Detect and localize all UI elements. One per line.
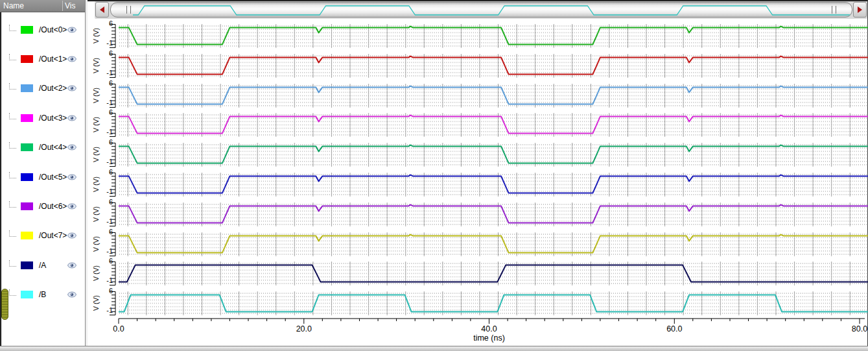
svg-text:60.0: 60.0 xyxy=(666,324,682,333)
waveform-strip: V (V) 6 -1 xyxy=(88,21,868,51)
scroll-right-button[interactable] xyxy=(853,2,867,18)
tree-branch-icon xyxy=(9,54,16,60)
signal-row[interactable]: /Out<3> xyxy=(0,103,85,132)
right-arrow-icon xyxy=(858,6,862,13)
signal-label: /B xyxy=(39,290,46,299)
tree-branch-icon xyxy=(9,230,16,237)
visibility-eye-icon[interactable] xyxy=(67,112,76,124)
signal-label: /Out<3> xyxy=(39,114,67,123)
tree-branch-icon xyxy=(9,201,16,208)
waveform-strip: V (V) 6 -1 xyxy=(88,199,868,229)
waveform-canvas[interactable] xyxy=(88,139,868,169)
visibility-eye-icon[interactable] xyxy=(67,141,76,153)
signal-color-swatch[interactable] xyxy=(21,84,33,92)
status-bar xyxy=(0,346,868,351)
signal-row[interactable]: /Out<4> xyxy=(0,133,85,162)
signal-color-swatch[interactable] xyxy=(21,232,33,239)
tree-branch-icon xyxy=(9,142,16,149)
waveform-canvas[interactable] xyxy=(88,169,868,199)
signal-color-swatch[interactable] xyxy=(21,173,33,181)
signal-row[interactable]: /Out<0> xyxy=(0,15,85,44)
signal-label: /Out<0> xyxy=(39,25,67,34)
time-axis: 0.020.040.060.080.0 xyxy=(88,315,868,335)
waveform-strip: V (V) 6 -1 xyxy=(88,139,868,169)
signal-row[interactable]: /Out<1> xyxy=(0,44,85,73)
signal-row[interactable]: /B xyxy=(0,280,85,309)
signal-list: /Out<0> /Out<1> /Out<2> xyxy=(0,12,85,309)
visibility-eye-icon[interactable] xyxy=(67,171,76,183)
visibility-eye-icon[interactable] xyxy=(67,289,76,300)
waveform-canvas[interactable] xyxy=(88,199,868,229)
signal-row[interactable]: /Out<2> xyxy=(0,74,85,103)
signal-color-swatch[interactable] xyxy=(21,55,33,63)
signal-label: /Out<4> xyxy=(39,143,67,152)
waveform-canvas[interactable] xyxy=(88,229,868,259)
visibility-eye-icon[interactable] xyxy=(67,53,76,65)
signal-label: /Out<2> xyxy=(39,84,67,93)
name-column-header: Name xyxy=(3,0,24,12)
signal-label: /Out<1> xyxy=(39,54,67,64)
tree-branch-icon xyxy=(9,83,16,90)
tree-branch-icon xyxy=(9,25,16,31)
thumb-grip-left-icon[interactable] xyxy=(126,6,131,14)
waveform-canvas[interactable] xyxy=(88,258,868,288)
signal-row[interactable]: /Out<6> xyxy=(0,191,85,221)
tree-branch-icon xyxy=(9,260,16,267)
waveform-strip: V (V) 6 -1 xyxy=(88,258,868,288)
visibility-eye-icon[interactable] xyxy=(67,260,76,271)
scroll-left-button[interactable] xyxy=(95,2,109,18)
svg-text:20.0: 20.0 xyxy=(296,324,312,333)
waveform-strip: V (V) 6 -1 xyxy=(88,169,868,199)
signal-row[interactable]: /Out<5> xyxy=(0,162,85,191)
vis-column-header: Vis xyxy=(65,0,75,12)
signal-label: /Out<5> xyxy=(39,173,67,182)
time-axis-label: time (ns) xyxy=(119,333,860,343)
waveform-canvas[interactable] xyxy=(88,288,868,318)
waveform-canvas[interactable] xyxy=(88,110,868,139)
signal-row[interactable]: /Out<7> xyxy=(0,221,85,250)
signal-list-header: Name Vis xyxy=(0,0,85,12)
visibility-eye-icon[interactable] xyxy=(67,200,76,212)
overview-waveform xyxy=(111,3,852,18)
svg-text:80.0: 80.0 xyxy=(852,324,867,333)
visibility-eye-icon[interactable] xyxy=(67,24,76,36)
visibility-eye-icon[interactable] xyxy=(67,230,76,241)
signal-color-swatch[interactable] xyxy=(21,202,33,210)
tree-branch-icon xyxy=(9,172,16,178)
left-arrow-icon xyxy=(100,6,104,13)
scrollbar-thumb[interactable] xyxy=(110,2,852,18)
signal-label: /Out<7> xyxy=(39,231,67,240)
signal-label: /Out<6> xyxy=(39,202,67,211)
waveform-canvas[interactable] xyxy=(88,80,868,110)
signal-color-swatch[interactable] xyxy=(21,143,33,151)
waveform-strip: V (V) 6 -1 xyxy=(88,80,868,110)
thumb-grip-right-icon[interactable] xyxy=(832,6,836,14)
signal-label: /A xyxy=(39,261,46,270)
signal-color-swatch[interactable] xyxy=(21,261,33,269)
signal-color-swatch[interactable] xyxy=(21,26,33,34)
waveform-strip: V (V) 6 -1 xyxy=(88,229,868,259)
signal-color-swatch[interactable] xyxy=(21,114,33,122)
signal-row[interactable]: /A xyxy=(0,250,85,280)
visibility-eye-icon[interactable] xyxy=(67,82,76,94)
column-separator xyxy=(62,1,63,11)
waveform-strip: V (V) 6 -1 xyxy=(88,288,868,318)
svg-text:0.0: 0.0 xyxy=(113,324,124,333)
waveform-strip: V (V) 6 -1 xyxy=(88,51,868,80)
waveform-canvas[interactable] xyxy=(88,21,868,51)
tree-branch-icon xyxy=(9,113,16,119)
tree-branch-icon xyxy=(9,289,16,296)
waveform-canvas[interactable] xyxy=(88,51,868,80)
vertical-scrollbar-thumb[interactable] xyxy=(1,289,8,320)
svg-text:40.0: 40.0 xyxy=(481,324,497,333)
waveform-viewer-window: Name Vis /Out<0> /Out<1> xyxy=(0,0,868,351)
waveform-strip: V (V) 6 -1 xyxy=(88,110,868,139)
signal-color-swatch[interactable] xyxy=(21,291,33,298)
